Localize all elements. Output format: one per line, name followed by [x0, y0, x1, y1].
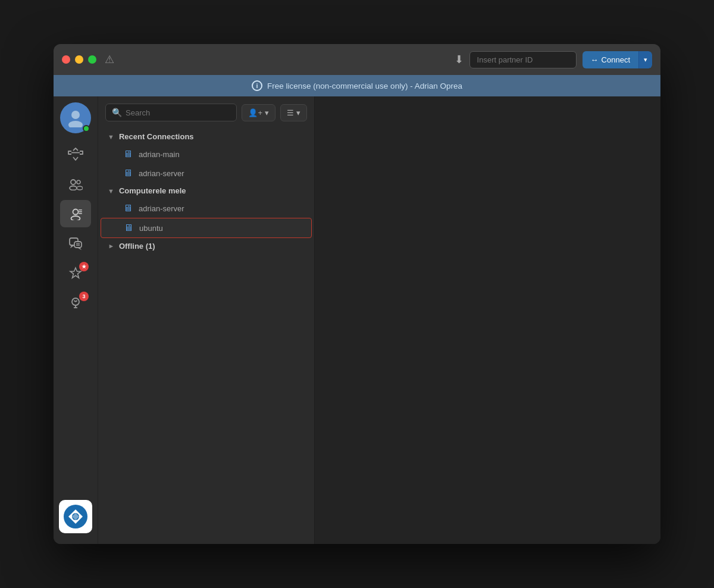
connection-item-ubuntu[interactable]: 🖥 ubuntu	[101, 218, 312, 238]
svg-point-6	[77, 186, 83, 190]
warning-icon: ⚠	[105, 53, 114, 66]
sidebar-item-favorites[interactable]: ★	[60, 259, 91, 287]
connection-label: adrian-main	[139, 150, 180, 159]
section-offline-chevron: ▼	[107, 243, 114, 249]
traffic-lights	[62, 55, 96, 64]
svg-point-4	[70, 186, 77, 190]
svg-rect-11	[79, 213, 82, 214]
search-area: 🔍 👤+ ▾ ☰ ▾	[98, 96, 314, 126]
section-recent-connections[interactable]: ▼ Recent Connections	[98, 129, 314, 145]
search-box[interactable]: 🔍	[105, 104, 237, 121]
connect-main-button[interactable]: ↔ Connect	[583, 51, 638, 68]
online-status-indicator	[83, 125, 90, 132]
connections-panel: 🔍 👤+ ▾ ☰ ▾ ▼ Recent Connections	[98, 96, 314, 544]
search-icon: 🔍	[112, 108, 122, 117]
connect-icon: ↔	[591, 55, 599, 64]
svg-point-8	[71, 216, 80, 220]
title-bar: ⚠ ⬇ ↔ Connect ▾	[54, 44, 660, 75]
connection-item-adrian-server-recent[interactable]: 🖥 adrian-server	[101, 164, 312, 183]
right-panel	[314, 96, 660, 544]
svg-rect-9	[79, 209, 82, 211]
view-options-button[interactable]: ☰ ▾	[280, 104, 307, 121]
connect-button-group: ↔ Connect ▾	[583, 51, 652, 68]
app-window: ⚠ ⬇ ↔ Connect ▾ i Free license (non-comm…	[54, 44, 660, 544]
section-mycomp-chevron: ▼	[108, 187, 114, 195]
monitor-icon: 🖥	[123, 149, 133, 159]
meeting-icon	[68, 177, 83, 190]
user-avatar[interactable]	[60, 102, 91, 133]
svg-point-0	[71, 111, 80, 119]
section-mycomp-label: Computerele mele	[119, 186, 186, 195]
teamviewer-logo-icon	[64, 505, 87, 528]
avatar-person-icon	[66, 108, 85, 127]
sidebar: ★ 3	[54, 96, 98, 544]
svg-point-1	[68, 121, 83, 127]
list-view-icon: ☰	[287, 108, 294, 117]
add-contact-icon: 👤+	[248, 108, 262, 117]
chat-icon	[69, 237, 82, 250]
favorites-badge: ★	[79, 262, 89, 271]
main-content: ★ 3	[54, 96, 660, 544]
connection-item-adrian-server-mycomp[interactable]: 🖥 adrian-server	[101, 199, 312, 218]
svg-point-5	[77, 180, 80, 184]
connect-label: Connect	[602, 55, 630, 64]
svg-point-7	[73, 209, 79, 215]
section-recent-chevron: ▼	[108, 133, 114, 140]
connection-label: ubuntu	[139, 224, 163, 233]
download-button[interactable]: ⬇	[455, 53, 464, 66]
sidebar-item-contacts[interactable]	[60, 200, 91, 227]
svg-point-3	[71, 180, 76, 184]
info-icon: i	[252, 80, 262, 91]
svg-rect-14	[74, 242, 82, 248]
license-banner: i Free license (non-commercial use only)…	[54, 75, 660, 96]
connection-label: adrian-server	[139, 169, 184, 178]
section-my-computers[interactable]: ▼ Computerele mele	[98, 183, 314, 199]
svg-line-22	[76, 301, 77, 302]
monitor-icon: 🖥	[123, 203, 133, 214]
connection-label: adrian-server	[139, 204, 184, 213]
maximize-button[interactable]	[88, 55, 96, 64]
connection-item-adrian-main[interactable]: 🖥 adrian-main	[101, 145, 312, 164]
partner-id-input[interactable]	[469, 51, 577, 68]
view-chevron: ▾	[296, 108, 300, 117]
sidebar-item-meeting[interactable]	[60, 170, 91, 198]
svg-rect-10	[79, 211, 82, 212]
sidebar-item-remote-control[interactable]	[60, 140, 91, 168]
search-input[interactable]	[126, 108, 230, 117]
minimize-button[interactable]	[75, 55, 83, 64]
add-contact-chevron: ▾	[265, 108, 269, 117]
remote-control-icon	[68, 148, 83, 161]
section-offline-label: Offline (1)	[119, 242, 155, 251]
contacts-icon	[69, 207, 82, 220]
close-button[interactable]	[62, 55, 70, 64]
svg-line-21	[74, 301, 76, 302]
sidebar-item-chat[interactable]	[60, 230, 91, 257]
monitor-icon: 🖥	[124, 223, 133, 233]
connect-dropdown-button[interactable]: ▾	[638, 51, 652, 68]
sidebar-item-tips[interactable]: 3	[60, 289, 91, 317]
section-offline[interactable]: ▼ Offline (1)	[98, 238, 314, 254]
title-bar-actions: ⬇ ↔ Connect ▾	[455, 51, 652, 68]
section-recent-label: Recent Connections	[119, 132, 194, 141]
connection-list: ▼ Recent Connections 🖥 adrian-main 🖥 adr…	[98, 126, 314, 544]
add-contact-button[interactable]: 👤+ ▾	[242, 104, 275, 121]
monitor-icon: 🖥	[123, 168, 133, 179]
teamviewer-logo[interactable]	[59, 500, 92, 533]
tips-badge: 3	[79, 292, 89, 301]
license-text: Free license (non-commercial use only) -…	[267, 82, 462, 90]
